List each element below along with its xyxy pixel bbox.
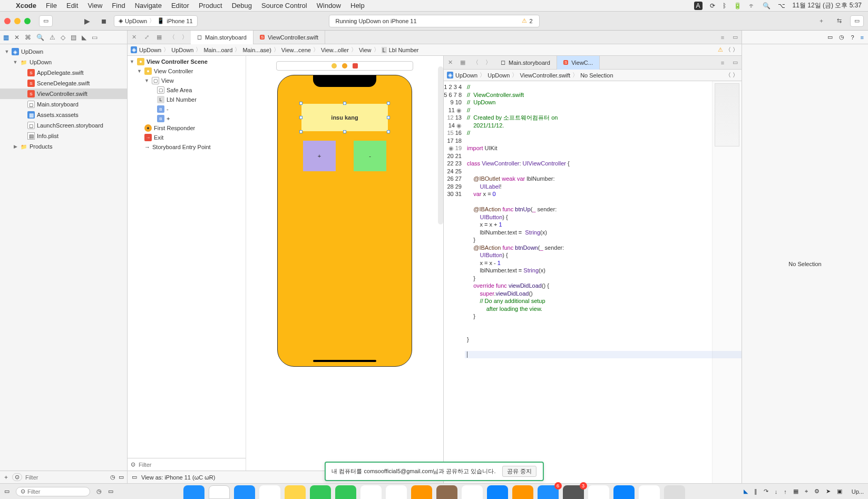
add-editor-icon[interactable]: ▭ bbox=[729, 59, 742, 66]
back-button[interactable]: 〈 bbox=[165, 33, 178, 41]
dock-xcode[interactable]: 6 bbox=[538, 485, 559, 499]
toggle-inspector-button[interactable]: ▭ bbox=[850, 15, 864, 27]
tab-viewcontroller[interactable]: SViewController.swift bbox=[253, 31, 325, 44]
zoom-button[interactable] bbox=[24, 18, 31, 24]
file-main-storyboard[interactable]: ◻Main.storyboard bbox=[0, 99, 127, 110]
outline-filter-input[interactable] bbox=[139, 462, 242, 468]
tab-viewcontroller-r[interactable]: SViewC... bbox=[557, 56, 600, 70]
dock-facetime[interactable] bbox=[310, 485, 331, 499]
dock-app4[interactable] bbox=[436, 485, 457, 499]
outline-safe-area[interactable]: ▢Safe Area bbox=[128, 85, 246, 95]
dock-app6[interactable] bbox=[512, 485, 533, 499]
toggle-outline-icon[interactable]: ▭ bbox=[132, 474, 137, 481]
outline-vc[interactable]: ▼●View Controller bbox=[128, 66, 246, 76]
menu-product[interactable]: Product bbox=[199, 2, 222, 9]
add-editor-icon[interactable]: ▭ bbox=[729, 34, 742, 41]
related-icon[interactable]: ▦ bbox=[153, 34, 165, 41]
dock-appstore[interactable] bbox=[487, 485, 508, 499]
dock-app5[interactable] bbox=[462, 485, 483, 499]
dock-app3[interactable] bbox=[411, 485, 432, 499]
outline-exit[interactable]: →Exit bbox=[128, 133, 246, 142]
source-editor[interactable]: 1 2 3 4 5 6 7 8 9 10 11 ◉ 12 13 14 ◉ 15 … bbox=[444, 81, 742, 483]
right-jump-bar[interactable]: ◈ UpDown〉 UpDown〉 ViewController.swift〉 … bbox=[444, 70, 742, 81]
jump-nav[interactable]: 〈 〉 bbox=[725, 71, 738, 79]
wifi-icon[interactable]: ᯤ bbox=[749, 2, 755, 9]
vc-dock-icon[interactable] bbox=[331, 63, 337, 69]
debug-view-hierarchy[interactable]: ▦ bbox=[793, 488, 798, 495]
step-into-button[interactable]: ↓ bbox=[775, 488, 778, 495]
jump-warning-icon[interactable]: ⚠ bbox=[718, 46, 723, 53]
breakpoint-toggle[interactable]: ◣ bbox=[744, 488, 748, 495]
report-nav-tab[interactable]: ▭ bbox=[92, 34, 97, 41]
dock-notes[interactable] bbox=[285, 485, 306, 499]
minimap[interactable] bbox=[712, 81, 742, 483]
toggle-debug-icon[interactable]: ▭ bbox=[4, 488, 9, 495]
menu-debug[interactable]: Debug bbox=[232, 2, 252, 9]
add-button[interactable]: ＋ bbox=[3, 473, 9, 481]
menu-edit[interactable]: Edit bbox=[66, 2, 78, 9]
dock-app1[interactable] bbox=[360, 485, 382, 499]
dock-launchpad[interactable] bbox=[209, 485, 230, 499]
sync-icon[interactable]: ⟳ bbox=[710, 2, 715, 9]
group-row[interactable]: ▼📁UpDown bbox=[0, 57, 127, 67]
debug-filter-input[interactable] bbox=[27, 488, 85, 495]
stop-sharing-button[interactable]: 공유 중지 bbox=[502, 466, 537, 477]
file-launchscreen[interactable]: ◻LaunchScreen.storyboard bbox=[0, 120, 127, 131]
file-assets[interactable]: ▦Assets.xcassets bbox=[0, 110, 127, 120]
library-button[interactable]: ＋ bbox=[814, 15, 828, 27]
step-over-button[interactable]: ↷ bbox=[764, 488, 768, 495]
menu-source-control[interactable]: Source Control bbox=[261, 2, 307, 9]
help-inspector-tab[interactable]: ? bbox=[851, 34, 854, 41]
dock-app7[interactable] bbox=[588, 485, 609, 499]
dock-settings[interactable]: 3 bbox=[563, 485, 584, 499]
dock-finder[interactable] bbox=[183, 485, 204, 499]
activity-status[interactable]: Running UpDown on iPhone 11 ⚠2 bbox=[329, 15, 540, 27]
attributes-inspector-tab[interactable]: ≡ bbox=[861, 34, 864, 41]
source-text[interactable]: // // ViewController.swift // UpDown // … bbox=[465, 81, 712, 483]
file-infoplist[interactable]: ▤Info.plist bbox=[0, 131, 127, 141]
dock-chrome[interactable] bbox=[259, 485, 280, 499]
symbol-nav-tab[interactable]: ⌘ bbox=[25, 34, 31, 41]
run-button[interactable]: ▶ bbox=[80, 15, 94, 27]
source-control-nav-tab[interactable]: ✕ bbox=[14, 34, 19, 41]
menu-window[interactable]: Window bbox=[317, 2, 341, 9]
dock-trash[interactable] bbox=[664, 485, 685, 499]
outline-btn-minus[interactable]: B- bbox=[128, 104, 246, 114]
dock-messages[interactable] bbox=[335, 485, 356, 499]
scene-dock[interactable] bbox=[276, 61, 413, 71]
close-button[interactable] bbox=[4, 18, 11, 24]
search-icon[interactable]: 🔍 bbox=[763, 2, 771, 9]
plus-button-view[interactable]: + bbox=[303, 141, 336, 171]
canvas-scrollbar[interactable] bbox=[438, 66, 443, 224]
close-assistant-icon[interactable]: ✕ bbox=[444, 59, 456, 66]
tab-main-storyboard-r[interactable]: ◻Main.storyboard bbox=[494, 56, 557, 70]
menu-file[interactable]: File bbox=[46, 2, 57, 9]
forward-button[interactable]: 〉 bbox=[178, 33, 191, 41]
tab-main-storyboard[interactable]: ◻Main.storyboard bbox=[191, 31, 253, 44]
outline-scene[interactable]: ▼●View Controller Scene bbox=[128, 57, 246, 66]
forward-button[interactable]: 〉 bbox=[482, 58, 494, 66]
project-root-row[interactable]: ▼◈UpDown bbox=[0, 46, 127, 57]
products-group[interactable]: ▶📁Products bbox=[0, 141, 127, 152]
toggle-navigator-button[interactable]: ▭ bbox=[39, 15, 53, 27]
find-nav-tab[interactable]: 🔍 bbox=[36, 34, 44, 41]
scheme-selector[interactable]: ◈ UpDown 〉 📱 iPhone 11 bbox=[114, 15, 198, 27]
test-nav-tab[interactable]: ◇ bbox=[61, 34, 65, 41]
outline-entry-point[interactable]: →Storyboard Entry Point bbox=[128, 142, 246, 152]
minus-button-view[interactable]: - bbox=[354, 141, 386, 171]
code-review-button[interactable]: ⇆ bbox=[832, 15, 846, 27]
environment-overrides[interactable]: ⚙ bbox=[814, 488, 820, 495]
stop-button[interactable]: ◼ bbox=[97, 15, 111, 27]
dock-app8[interactable] bbox=[613, 485, 635, 499]
project-nav-tab[interactable]: ▦ bbox=[3, 34, 9, 41]
lbl-number-view[interactable]: insu kang bbox=[301, 104, 388, 131]
navigator-filter-input[interactable] bbox=[25, 474, 107, 481]
issue-nav-tab[interactable]: ⚠ bbox=[50, 34, 55, 41]
breakpoint-nav-tab[interactable]: ◣ bbox=[82, 34, 86, 41]
file-inspector-tab[interactable]: ▭ bbox=[827, 34, 833, 41]
outline-first-responder[interactable]: ●First Responder bbox=[128, 123, 246, 133]
file-scenedelegate[interactable]: SSceneDelegate.swift bbox=[0, 78, 127, 89]
minimize-button[interactable] bbox=[14, 18, 21, 24]
recent-filter-icon[interactable]: ◷ bbox=[110, 474, 115, 481]
debug-toggle-3[interactable]: ▣ bbox=[837, 488, 842, 495]
